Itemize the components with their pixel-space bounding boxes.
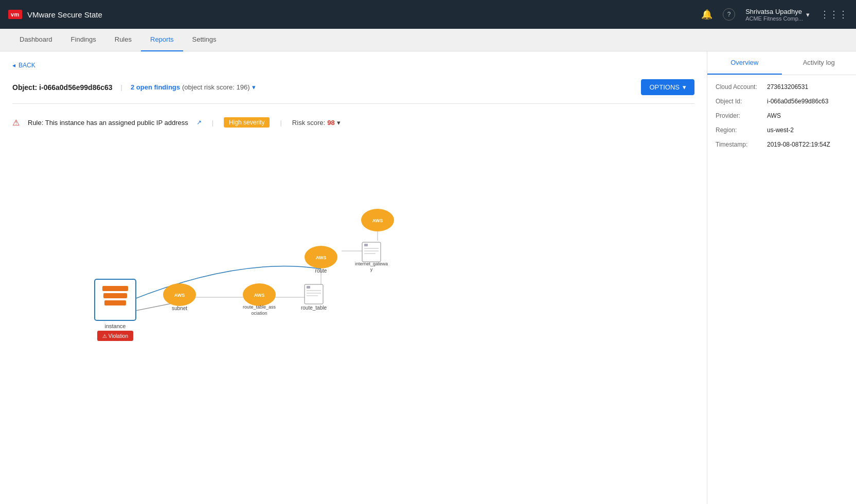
detail-row-cloud-account: Cloud Account: 273613206531 [716, 83, 848, 91]
content: ◂ BACK Object: i-066a0d56e99d86c63 | 2 o… [0, 51, 856, 504]
region-label: Region: [716, 127, 767, 134]
user-company: ACME Fitness Comp... [745, 15, 803, 22]
help-icon[interactable]: ? [723, 8, 735, 21]
options-chevron-icon: ▾ [683, 83, 686, 91]
options-button[interactable]: OPTIONS ▾ [641, 79, 694, 95]
notification-icon[interactable]: 🔔 [701, 9, 712, 20]
warning-icon: ⚠ [12, 118, 20, 128]
user-name: Shrivatsa Upadhye [745, 8, 803, 15]
nav-settings[interactable]: Settings [183, 29, 226, 51]
findings-link[interactable]: 2 open findings (object risk score: 196)… [131, 83, 256, 91]
subnet-label: subnet [172, 305, 187, 311]
main-panel: ◂ BACK Object: i-066a0d56e99d86c63 | 2 o… [0, 51, 707, 504]
route-table-icon-4 [307, 295, 318, 296]
risk-number: 98 [327, 119, 334, 127]
instance-node-box[interactable] [95, 279, 136, 320]
risk-label: Risk score: [292, 119, 325, 127]
internet-gateway-label-1: internet_gatewa [355, 261, 388, 266]
cloud-account-label: Cloud Account: [716, 83, 767, 91]
subnet-aws-label: AWS [174, 293, 185, 298]
pipe-separator: | [212, 119, 213, 127]
gateway-icon-2 [364, 248, 379, 249]
instance-label: instance [105, 323, 126, 329]
graph-area: instance ⚠ Violation AWS subnet AWS rout… [12, 143, 694, 359]
main-nav: Dashboard Findings Rules Reports Setting… [0, 29, 856, 51]
divider [12, 103, 694, 104]
provider-label: Provider: [716, 112, 767, 119]
pipe-separator-2: | [280, 119, 281, 127]
topbar-left: vm VMware Secure State [8, 10, 102, 19]
findings-count: 2 open findings [131, 83, 180, 91]
internet-gateway-label-2: y [370, 267, 373, 272]
route-table-icon-1 [307, 286, 310, 289]
right-panel: Overview Activity log Cloud Account: 273… [707, 51, 856, 504]
tab-overview[interactable]: Overview [707, 51, 782, 75]
nav-findings[interactable]: Findings [62, 29, 105, 51]
detail-row-timestamp: Timestamp: 2019-08-08T22:19:54Z [716, 141, 848, 148]
findings-chevron-icon: ▾ [252, 83, 256, 91]
instance-icon-2 [103, 293, 127, 298]
gateway-icon-3 [364, 250, 379, 251]
external-link-icon[interactable]: ↗ [197, 119, 202, 126]
object-id-value: i-066a0d56e99d86c63 [767, 98, 828, 105]
risk-score-text: (object risk score: 196) [182, 83, 250, 91]
violation-badge-text: ⚠ Violation [102, 333, 128, 339]
object-id: Object: i-066a0d56e99d86c63 [12, 83, 113, 92]
app-title: VMware Secure State [27, 10, 102, 19]
right-panel-content: Cloud Account: 273613206531 Object Id: i… [707, 75, 856, 164]
risk-chevron-icon: ▾ [337, 119, 341, 127]
rule-row: ⚠ Rule: This instance has an assigned pu… [12, 112, 694, 133]
topbar-right: 🔔 ? Shrivatsa Upadhye ACME Fitness Comp.… [701, 8, 848, 22]
tab-activity-log[interactable]: Activity log [782, 51, 857, 75]
vm-logo: vm [8, 10, 22, 19]
detail-row-provider: Provider: AWS [716, 112, 848, 119]
route-table-icon-2 [307, 290, 321, 291]
user-details: Shrivatsa Upadhye ACME Fitness Comp... [745, 8, 803, 22]
right-panel-tabs: Overview Activity log [707, 51, 856, 75]
route-table-label: route_table [301, 305, 327, 311]
route-table-icon-3 [307, 293, 321, 294]
detail-row-object-id: Object Id: i-066a0d56e99d86c63 [716, 98, 848, 105]
back-chevron-icon: ◂ [12, 62, 15, 69]
grid-icon[interactable]: ⋮⋮⋮ [820, 9, 848, 20]
detail-row-region: Region: us-west-2 [716, 127, 848, 134]
user-chevron-icon: ▾ [806, 11, 810, 19]
nav-rules[interactable]: Rules [105, 29, 141, 51]
object-header: Object: i-066a0d56e99d86c63 | 2 open fin… [12, 79, 694, 95]
severity-badge: High severity [224, 117, 270, 128]
graph-svg: instance ⚠ Violation AWS subnet AWS rout… [12, 143, 450, 359]
provider-value: AWS [767, 112, 781, 119]
nav-reports[interactable]: Reports [141, 29, 183, 51]
user-menu[interactable]: Shrivatsa Upadhye ACME Fitness Comp... ▾ [745, 8, 810, 22]
back-label: BACK [19, 62, 35, 69]
rule-text: Rule: This instance has an assigned publ… [28, 119, 188, 127]
route-aws-label: AWS [316, 255, 327, 260]
route-label: route [315, 268, 327, 274]
back-button[interactable]: ◂ BACK [12, 62, 694, 69]
timestamp-value: 2019-08-08T22:19:54Z [767, 141, 830, 148]
route-table-assoc-label-2: ociation [251, 311, 267, 316]
topbar: vm VMware Secure State 🔔 ? Shrivatsa Upa… [0, 0, 856, 29]
route-table-assoc-aws-label: AWS [254, 293, 265, 298]
gateway-icon-4 [364, 253, 376, 254]
instance-icon-1 [102, 286, 128, 291]
aws-top-label: AWS [372, 218, 383, 223]
region-value: us-west-2 [767, 127, 794, 134]
timestamp-label: Timestamp: [716, 141, 767, 148]
route-table-assoc-label-1: route_table_ass [243, 304, 276, 310]
nav-dashboard[interactable]: Dashboard [10, 29, 62, 51]
gateway-icon-1 [364, 244, 368, 246]
instance-icon-3 [104, 300, 126, 305]
object-id-label: Object Id: [716, 98, 767, 105]
options-label: OPTIONS [649, 83, 680, 91]
risk-score-badge: Risk score: 98 ▾ [292, 119, 341, 127]
cloud-account-value: 273613206531 [767, 83, 808, 91]
